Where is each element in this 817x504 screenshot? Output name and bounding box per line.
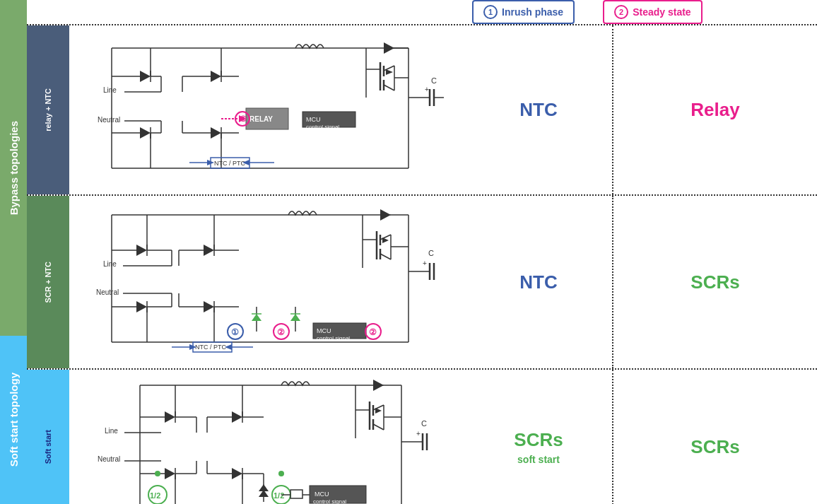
sub-label-relay-text: relay + NTC	[44, 88, 52, 131]
svg-marker-21	[140, 127, 151, 139]
inrush-badge: 1 Inrush phase	[472, 0, 575, 24]
inrush-result-2: NTC	[519, 271, 557, 293]
labels-soft: SCRs soft start	[465, 370, 613, 504]
svg-marker-133	[382, 238, 389, 243]
sub-label-relay: relay + NTC	[27, 25, 69, 194]
row-scr-ntc: SCR + NTC	[27, 196, 817, 370]
main-container: Bypass topologies Soft start topology 1 …	[0, 0, 817, 504]
inrush-num: 1	[483, 5, 498, 19]
svg-line-60	[384, 66, 394, 71]
steady-badge: 2 Steady state	[603, 0, 702, 24]
svg-marker-138	[373, 380, 384, 391]
svg-marker-76	[136, 245, 147, 256]
left-labels: Bypass topologies Soft start topology	[0, 0, 27, 504]
svg-text:MCU: MCU	[317, 327, 331, 334]
bypass-label: Bypass topologies	[8, 121, 20, 215]
labels-relay-ntc: NTC	[465, 25, 613, 194]
sub-label-scr-text: SCR + NTC	[44, 262, 52, 303]
svg-text:+: +	[425, 86, 429, 93]
svg-marker-157	[165, 468, 175, 479]
svg-rect-185	[290, 490, 302, 498]
svg-text:1/2: 1/2	[274, 491, 284, 500]
content-area: 1 Inrush phase 2 Steady state relay + NT…	[27, 0, 817, 504]
svg-marker-13	[140, 71, 151, 82]
inrush-result-3: SCRs	[514, 429, 563, 451]
svg-text:C: C	[428, 249, 434, 257]
circuit-soft: C + Line Neutral	[69, 370, 465, 504]
rows-area: relay + NTC	[27, 25, 817, 504]
svg-point-180	[278, 471, 284, 476]
header-row: 1 Inrush phase 2 Steady state	[27, 0, 817, 25]
svg-marker-64	[386, 69, 393, 75]
result-scr-ntc: SCRs	[613, 196, 817, 368]
svg-text:C: C	[421, 419, 427, 428]
steady-result-2: SCRs	[690, 271, 739, 293]
svg-text:1/2: 1/2	[150, 491, 160, 500]
steady-num: 2	[614, 5, 628, 19]
labels-scr-ntc: NTC	[465, 196, 613, 368]
svg-line-129	[380, 235, 391, 240]
steady-label: Steady state	[633, 6, 690, 18]
svg-marker-196	[375, 408, 382, 414]
svg-text:Neutral: Neutral	[96, 288, 119, 296]
svg-text:NTC / PTC: NTC / PTC	[195, 344, 226, 351]
svg-marker-80	[204, 245, 214, 256]
svg-marker-88	[204, 301, 214, 312]
sub-label-soft: Soft start	[27, 370, 69, 504]
inrush-result-1: NTC	[519, 99, 557, 121]
svg-text:+: +	[423, 259, 427, 267]
sub-label-soft-text: Soft start	[44, 430, 52, 464]
inrush-sub-3: soft start	[517, 454, 560, 465]
steady-result-3: SCRs	[690, 436, 739, 458]
row-relay-ntc: relay + NTC	[27, 25, 817, 196]
inrush-label: Inrush phase	[502, 6, 563, 18]
svg-marker-17	[211, 71, 221, 82]
svg-text:MCU: MCU	[315, 491, 329, 498]
svg-text:Neutral: Neutral	[98, 455, 120, 463]
soft-label: Soft start topology	[8, 373, 20, 467]
result-relay-ntc: Relay	[613, 25, 817, 194]
soft-label-bg: Soft start topology	[0, 336, 27, 504]
svg-text:①: ①	[231, 327, 239, 337]
circuit-svg-2: C +	[69, 196, 465, 368]
svg-point-174	[155, 471, 160, 476]
svg-text:Line: Line	[103, 86, 117, 94]
svg-text:②: ②	[369, 327, 377, 337]
svg-text:+: +	[416, 430, 421, 438]
circuit-relay-ntc: C +	[69, 25, 465, 194]
svg-text:control signal: control signal	[317, 335, 350, 341]
svg-marker-149	[165, 411, 175, 423]
circuit-svg-3: C + Line Neutral	[69, 370, 465, 504]
svg-text:②: ②	[277, 327, 285, 337]
svg-text:Neutral: Neutral	[98, 116, 120, 124]
svg-marker-84	[136, 301, 147, 312]
svg-line-130	[380, 254, 391, 259]
circuit-scr-ntc: C +	[69, 196, 465, 368]
result-soft: SCRs	[613, 370, 817, 504]
bypass-label-bg: Bypass topologies	[0, 0, 27, 336]
svg-text:C: C	[431, 76, 437, 85]
svg-line-61	[384, 85, 394, 90]
svg-text:RELAY: RELAY	[249, 115, 273, 123]
svg-line-193	[373, 424, 384, 430]
svg-marker-25	[211, 127, 221, 139]
svg-marker-161	[232, 468, 242, 479]
svg-text:control signal: control signal	[313, 498, 346, 504]
steady-result-1: Relay	[690, 99, 739, 121]
svg-text:Line: Line	[105, 427, 118, 435]
svg-text:NTC / PTC: NTC / PTC	[214, 160, 245, 167]
header-badges: 1 Inrush phase 2 Steady state	[465, 0, 703, 24]
svg-marker-153	[232, 411, 242, 423]
svg-line-192	[373, 405, 384, 410]
circuit-svg-1: C +	[69, 25, 465, 194]
svg-marker-115	[290, 314, 300, 321]
svg-marker-69	[380, 209, 391, 221]
svg-text:control signal: control signal	[306, 124, 339, 130]
row-soft-start: Soft start	[27, 370, 817, 504]
svg-marker-112	[252, 314, 261, 321]
svg-text:Line: Line	[103, 260, 117, 268]
sub-label-scr: SCR + NTC	[27, 196, 69, 368]
svg-text:MCU: MCU	[306, 116, 321, 123]
